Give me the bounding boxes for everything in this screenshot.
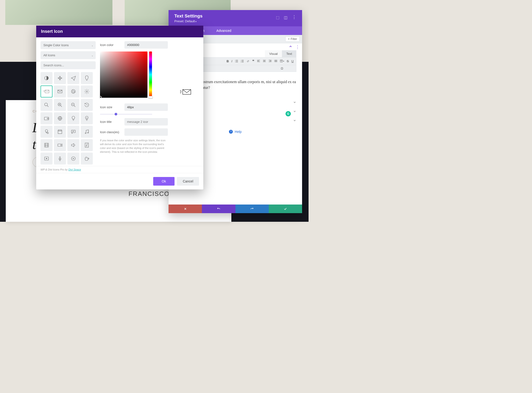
justify-icon[interactable] [274,60,277,63]
bulb-on-icon[interactable] [81,112,93,124]
icon-color-input[interactable] [124,41,168,49]
gear-icon[interactable] [81,85,93,97]
svg-point-51 [45,103,47,106]
quote-icon[interactable]: ❝ [252,59,254,63]
table-icon[interactable]: ▾ [280,60,284,63]
svg-rect-15 [257,60,260,60]
color-marker[interactable] [99,96,102,98]
preset-dropdown[interactable]: Preset: Default▾ [174,19,203,23]
layout-icon[interactable] [284,16,287,20]
bulb-icon[interactable] [67,112,79,124]
music-file-icon[interactable] [81,139,93,151]
modal-title: Insert Icon [36,26,203,37]
pin-icon[interactable] [81,72,93,84]
italic-icon[interactable]: I [231,59,232,63]
coffee-icon[interactable] [81,153,93,165]
strikethrough-icon[interactable]: S [287,59,289,63]
zoom-in-icon[interactable] [54,99,66,111]
camera-icon[interactable] [54,139,66,151]
svg-line-61 [87,105,88,105]
flower-icon[interactable] [54,72,66,84]
history-icon[interactable] [81,99,93,111]
credit-link[interactable]: Divi Space [68,168,81,171]
globe-icon[interactable] [54,112,66,124]
music-note-icon[interactable] [81,126,93,138]
focus-icon[interactable] [276,16,279,20]
envelope-icon[interactable] [54,85,66,97]
ordered-list-icon[interactable]: 123 [241,60,244,63]
svg-rect-73 [71,130,75,133]
paper-plane-icon[interactable] [67,72,79,84]
chat-icon[interactable] [67,126,79,138]
svg-point-84 [86,146,87,146]
message-icon[interactable] [41,85,53,97]
color-saturation-picker[interactable] [100,51,147,98]
bullet-list-icon[interactable] [235,60,238,63]
eclipse-icon[interactable] [41,72,53,84]
save-button[interactable] [269,205,302,213]
svg-rect-18 [263,60,266,60]
caret-down-icon: ▾ [195,20,197,23]
speaker-icon[interactable] [67,139,79,151]
align-right-icon[interactable] [269,60,272,63]
search-input[interactable] [41,61,96,69]
svg-rect-0 [276,17,279,19]
bulb-gear-icon[interactable] [41,126,53,138]
disc-icon[interactable] [67,153,79,165]
align-center-icon[interactable] [263,60,266,63]
color-hue-slider[interactable] [149,51,152,98]
svg-rect-10 [242,60,244,60]
icon-classes-input[interactable] [124,128,168,136]
cancel-button[interactable]: Cancel [177,177,199,186]
svg-point-43 [61,78,62,79]
svg-point-68 [47,132,48,134]
svg-rect-24 [275,60,277,60]
play-icon[interactable] [41,153,53,165]
form-column: Icon color Icon size Icon title Ic [100,41,168,166]
modal-footer: Ok Cancel [36,173,203,189]
bold-icon[interactable]: B [227,59,229,63]
svg-rect-8 [236,62,238,62]
collapse-icon[interactable] [289,45,292,49]
tab-visual[interactable]: Visual [265,50,282,57]
svg-point-88 [73,158,74,159]
more-icon[interactable]: ⋮ [292,16,296,20]
at-icon[interactable] [67,85,79,97]
film-icon[interactable] [41,139,53,151]
icon-style-select[interactable]: Single Color Icons [41,41,96,49]
underline-icon[interactable]: U [292,59,294,63]
icon-title-input[interactable] [124,118,168,125]
icon-size-input[interactable] [124,103,168,111]
accordion-more-icon[interactable]: ⋮ [295,44,300,50]
svg-point-41 [59,79,60,80]
grammarly-icon[interactable]: G [286,111,291,116]
mic-icon[interactable] [54,153,66,165]
tab-advanced[interactable]: Advanced [216,29,231,33]
icon-preview [173,41,199,166]
hue-marker[interactable] [148,96,153,98]
icon-color-label: Icon color [100,43,122,47]
bg-photo-left [5,0,112,25]
search-icon[interactable] [41,99,53,111]
filter-button[interactable]: + Filter [285,36,300,42]
icon-size-slider[interactable] [100,114,152,115]
ok-button[interactable]: Ok [153,177,175,186]
discard-button[interactable] [169,205,202,213]
undo-button[interactable] [202,205,235,213]
svg-point-87 [71,157,75,160]
slider-thumb[interactable] [115,113,117,115]
redo-button[interactable] [235,205,269,213]
tab-text[interactable]: Text [282,50,296,57]
align-left-icon[interactable] [257,60,260,63]
icon-category-select[interactable]: All Icons [41,51,96,59]
svg-point-77 [88,132,88,133]
svg-rect-19 [263,61,265,61]
calendar-icon[interactable] [54,126,66,138]
svg-rect-82 [58,144,61,146]
link-icon[interactable] [246,60,250,63]
svg-rect-6 [236,61,238,61]
wallet-icon[interactable] [41,112,53,124]
panel-header[interactable]: Text Settings Preset: Default▾ ⋮ [169,10,302,26]
zoom-out-icon[interactable] [67,99,79,111]
omega-icon[interactable]: Ω [281,67,283,70]
